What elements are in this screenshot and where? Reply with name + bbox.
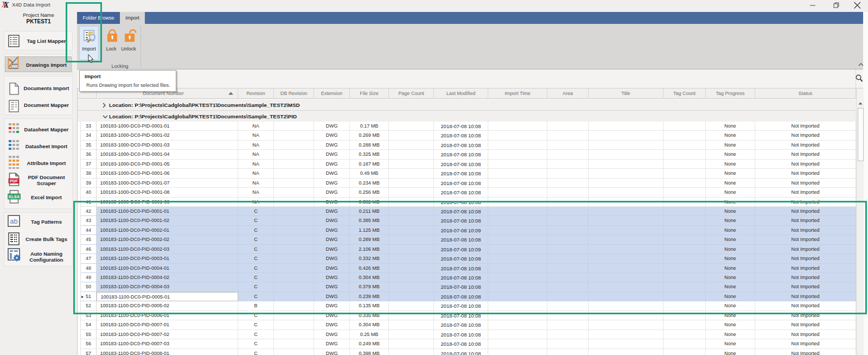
svg-text:ab: ab bbox=[10, 217, 17, 225]
svg-text:PDF: PDF bbox=[10, 179, 18, 183]
svg-text:X: X bbox=[3, 1, 9, 9]
svg-text:XLSX: XLSX bbox=[9, 194, 20, 199]
